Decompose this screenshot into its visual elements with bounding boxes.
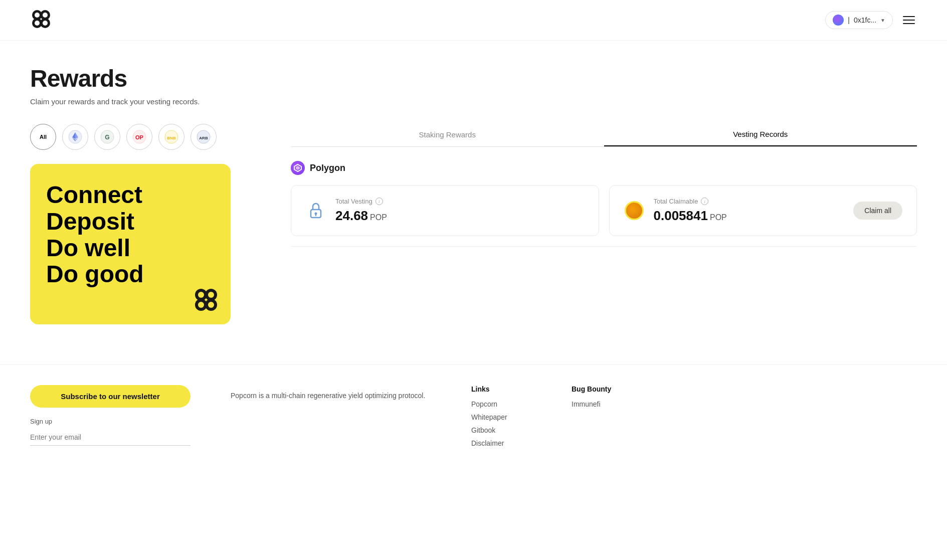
- total-claimable-info: Total Claimable i 0.005841POP: [654, 198, 845, 224]
- total-claimable-label-row: Total Claimable i: [654, 198, 845, 205]
- coin-icon: [624, 200, 645, 221]
- footer-bug-bounty: Bug Bounty Immunefi: [572, 385, 632, 413]
- svg-text:G: G: [105, 134, 109, 141]
- email-input[interactable]: [30, 429, 191, 446]
- stats-row: Total Vesting i 24.68POP: [291, 185, 917, 236]
- left-column: All G: [30, 124, 271, 324]
- footer: Subscribe to our newsletter Sign up Popc…: [0, 364, 947, 472]
- tab-staking-rewards[interactable]: Staking Rewards: [291, 124, 604, 146]
- total-vesting-info-icon: i: [375, 198, 383, 205]
- right-column: Staking Rewards Vesting Records Polygon: [291, 124, 917, 247]
- wallet-separator: |: [848, 16, 850, 24]
- chain-filter-optimism[interactable]: OP: [126, 124, 152, 150]
- footer-description: Popcorn is a multi-chain regenerative yi…: [231, 385, 431, 401]
- menu-line-2: [903, 20, 915, 21]
- footer-links-title: Links: [471, 385, 531, 393]
- chain-filters: All G: [30, 124, 271, 150]
- polygon-icon: [291, 161, 305, 175]
- lock-icon: [305, 200, 326, 221]
- tabs-container: Staking Rewards Vesting Records: [291, 124, 917, 147]
- footer-link-immunefi[interactable]: Immunefi: [572, 400, 632, 408]
- menu-line-3: [903, 23, 915, 24]
- newsletter-button[interactable]: Subscribe to our newsletter: [30, 385, 191, 408]
- total-claimable-card: Total Claimable i 0.005841POP Claim all: [609, 185, 917, 236]
- svg-point-32: [315, 213, 317, 215]
- svg-point-6: [35, 21, 40, 26]
- logo: [30, 8, 52, 32]
- total-vesting-label-row: Total Vesting i: [335, 198, 585, 205]
- total-vesting-card: Total Vesting i 24.68POP: [291, 185, 599, 236]
- footer-inner: Subscribe to our newsletter Sign up Popc…: [30, 385, 917, 452]
- svg-point-28: [208, 302, 214, 308]
- claim-all-button[interactable]: Claim all: [853, 202, 902, 220]
- main-layout: All G: [30, 124, 917, 324]
- svg-marker-30: [296, 166, 300, 170]
- bnb-icon: BNB: [164, 130, 178, 144]
- total-vesting-value: 24.68POP: [335, 208, 585, 224]
- svg-point-26: [208, 292, 214, 298]
- wallet-button[interactable]: | 0x1fc... ▼: [825, 11, 893, 29]
- svg-point-5: [43, 13, 48, 18]
- gnosis-icon: G: [100, 130, 114, 144]
- total-claimable-info-icon: i: [701, 198, 708, 205]
- footer-link-whitepaper[interactable]: Whitepaper: [471, 413, 531, 421]
- chain-filter-arb[interactable]: ARB: [191, 124, 217, 150]
- chain-filter-bnb[interactable]: BNB: [158, 124, 184, 150]
- tab-vesting-records[interactable]: Vesting Records: [604, 124, 917, 146]
- divider: [291, 246, 917, 247]
- menu-line-1: [903, 16, 915, 17]
- svg-point-25: [198, 292, 204, 298]
- svg-point-7: [43, 21, 48, 26]
- page-subtitle: Claim your rewards and track your vestin…: [30, 97, 917, 106]
- wallet-avatar: [833, 15, 844, 26]
- page-title: Rewards: [30, 65, 917, 92]
- header: | 0x1fc... ▼: [0, 0, 947, 41]
- svg-point-4: [35, 13, 40, 18]
- svg-text:ARB: ARB: [199, 136, 208, 140]
- arb-icon: ARB: [197, 130, 211, 144]
- network-name: Polygon: [310, 163, 345, 173]
- chain-all-label: All: [40, 134, 47, 140]
- promo-logo: [194, 287, 219, 312]
- footer-desc-text: Popcorn is a multi-chain regenerative yi…: [231, 390, 431, 401]
- footer-newsletter: Subscribe to our newsletter Sign up: [30, 385, 191, 446]
- chevron-down-icon: ▼: [880, 18, 885, 23]
- chain-filter-all[interactable]: All: [30, 124, 56, 150]
- total-claimable-label: Total Claimable: [654, 198, 698, 205]
- optimism-icon: OP: [132, 130, 146, 144]
- network-header: Polygon: [291, 161, 917, 175]
- wallet-address: 0x1fc...: [854, 16, 876, 24]
- svg-point-27: [198, 302, 204, 308]
- footer-link-gitbook[interactable]: Gitbook: [471, 426, 531, 434]
- total-claimable-value: 0.005841POP: [654, 208, 845, 224]
- page: Rewards Claim your rewards and track you…: [0, 41, 947, 344]
- total-vesting-info: Total Vesting i 24.68POP: [335, 198, 585, 224]
- footer-link-disclaimer[interactable]: Disclaimer: [471, 439, 531, 447]
- footer-links: Links Popcorn Whitepaper Gitbook Disclai…: [471, 385, 531, 452]
- svg-text:OP: OP: [135, 134, 143, 140]
- promo-card: ConnectDepositDo wellDo good: [30, 164, 231, 324]
- chain-filter-eth[interactable]: [62, 124, 88, 150]
- header-right: | 0x1fc... ▼: [825, 11, 917, 29]
- menu-button[interactable]: [901, 14, 917, 26]
- footer-bug-bounty-title: Bug Bounty: [572, 385, 632, 393]
- eth-icon: [68, 130, 82, 144]
- total-vesting-label: Total Vesting: [335, 198, 372, 205]
- promo-text: ConnectDepositDo wellDo good: [46, 182, 215, 288]
- chain-filter-gnosis[interactable]: G: [94, 124, 120, 150]
- footer-link-popcorn[interactable]: Popcorn: [471, 400, 531, 408]
- svg-text:BNB: BNB: [167, 136, 176, 140]
- sign-up-label: Sign up: [30, 418, 191, 425]
